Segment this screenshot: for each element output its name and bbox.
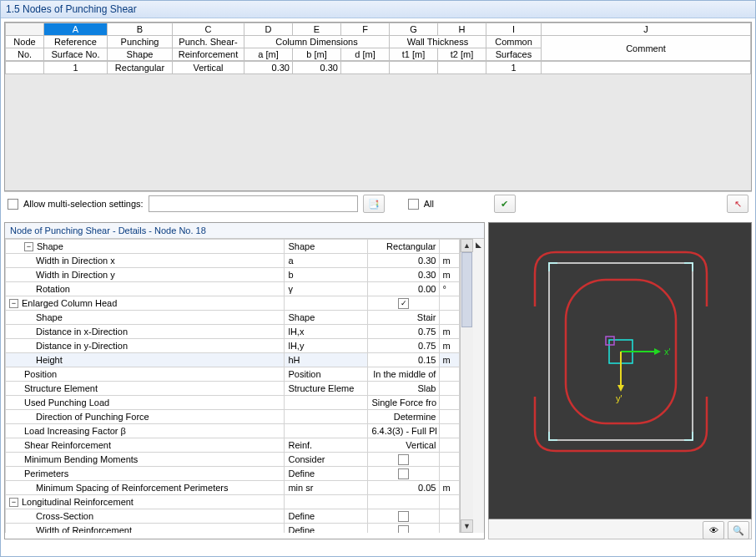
details-label: Height <box>6 353 285 367</box>
details-checkbox[interactable]: ✓ <box>398 298 409 309</box>
details-value[interactable]: 0.75 <box>368 339 440 353</box>
details-row[interactable]: ShapeShapeStair <box>6 311 460 325</box>
details-checkbox[interactable] <box>398 525 409 533</box>
details-value[interactable]: 0.30 <box>368 268 440 282</box>
col-letter-a[interactable]: A <box>44 23 108 36</box>
details-checkbox[interactable] <box>398 511 409 522</box>
details-scrollbar[interactable]: ▲ ▼ <box>460 239 472 533</box>
details-row[interactable]: Rotationγ0.00° <box>6 282 460 296</box>
col-letter-g[interactable]: G <box>390 23 438 36</box>
scroll-thumb[interactable] <box>461 252 471 327</box>
details-label: Width in Direction y <box>6 268 285 282</box>
multi-selection-input[interactable] <box>149 195 358 212</box>
cell-d[interactable] <box>341 62 390 74</box>
cell-t2[interactable] <box>438 62 486 74</box>
col-letter-i[interactable]: I <box>486 23 542 36</box>
details-row[interactable]: Load Increasing Factor β6.4.3(3) - Full … <box>6 424 460 438</box>
details-value[interactable]: 0.05 <box>368 481 440 495</box>
col-letter-j[interactable]: J <box>542 23 751 36</box>
details-value[interactable]: In the middle of <box>368 367 440 382</box>
details-row[interactable]: Used Punching LoadSingle Force fro <box>6 396 460 410</box>
cell-b[interactable]: 0.30 <box>293 62 341 74</box>
pick-icon[interactable]: 📑 <box>363 195 385 213</box>
details-row[interactable]: Minimum Bending MomentsConsider <box>6 453 460 467</box>
zoom-search-icon[interactable]: 🔍 <box>728 521 749 539</box>
details-value[interactable]: 6.4.3(3) - Full Pl <box>368 424 440 438</box>
details-label: Distance in y-Direction <box>6 339 285 353</box>
hdr-common: Common <box>486 36 542 48</box>
details-row[interactable]: Distance in x-DirectionlH,x0.75m <box>6 325 460 339</box>
col-letter-b[interactable]: B <box>108 23 173 36</box>
tree-toggle-icon[interactable]: − <box>24 242 33 251</box>
details-value[interactable]: Single Force fro <box>368 396 440 410</box>
details-row[interactable]: Direction of Punching ForceDetermine <box>6 410 460 424</box>
details-row[interactable]: PerimetersDefine <box>6 467 460 481</box>
details-value[interactable]: Vertical <box>368 438 440 453</box>
tree-toggle-icon[interactable]: − <box>9 498 18 507</box>
details-symbol: Consider <box>285 453 368 467</box>
details-unit: m <box>440 325 460 339</box>
pointer-icon[interactable]: ↖ <box>727 195 748 213</box>
details-collapse-icon[interactable]: ◣ <box>473 239 484 533</box>
main-grid[interactable]: A B C D E F G H I J Node Reference Punch… <box>4 22 752 191</box>
details-row[interactable]: Distance in y-DirectionlH,y0.75m <box>6 339 460 353</box>
details-checkbox[interactable] <box>398 454 409 465</box>
scroll-down-icon[interactable]: ▼ <box>461 519 472 533</box>
cell-common[interactable]: 1 <box>486 62 542 74</box>
cell-a[interactable]: 0.30 <box>244 62 293 74</box>
details-value[interactable]: Slab <box>368 382 440 396</box>
hdr-reinf: Reinforcement <box>173 48 244 61</box>
hdr-punchshear: Punch. Shear- <box>173 36 244 48</box>
details-value[interactable]: 0.75 <box>368 325 440 339</box>
all-checkbox[interactable] <box>408 199 419 210</box>
details-value[interactable]: Rectangular <box>368 240 440 254</box>
col-letter-f[interactable]: F <box>341 23 390 36</box>
details-value[interactable] <box>368 509 440 524</box>
table-row[interactable]: 18 1 Rectangular Vertical 0.30 0.30 1 <box>6 62 751 74</box>
col-letter-e[interactable]: E <box>293 23 341 36</box>
tree-toggle-icon[interactable]: − <box>9 299 18 308</box>
details-label: Used Punching Load <box>6 396 285 410</box>
details-row[interactable]: Structure ElementStructure ElemeSlab <box>6 382 460 396</box>
cell-ref[interactable]: 1 <box>44 62 108 74</box>
details-table[interactable]: −ShapeShapeRectangularWidth in Direction… <box>5 239 460 533</box>
details-unit: m <box>440 481 460 495</box>
cell-t1[interactable] <box>390 62 438 74</box>
details-value[interactable]: Stair <box>368 311 440 325</box>
details-row[interactable]: Width in Direction yb0.30m <box>6 268 460 282</box>
cell-shape[interactable]: Rectangular <box>108 62 173 74</box>
details-value[interactable]: Determine <box>368 410 440 424</box>
details-value[interactable] <box>368 467 440 481</box>
details-row[interactable]: −Enlarged Column Head✓ <box>6 296 460 311</box>
details-label: −Longitudinal Reinforcement <box>6 495 285 509</box>
cell-comment[interactable] <box>542 62 751 74</box>
details-row[interactable]: −ShapeShapeRectangular <box>6 240 460 254</box>
details-row[interactable]: PositionPositionIn the middle of <box>6 367 460 382</box>
details-value[interactable]: 0.30 <box>368 254 440 268</box>
details-row[interactable]: Cross-SectionDefine <box>6 509 460 524</box>
details-value[interactable] <box>368 524 440 534</box>
cell-reinf[interactable]: Vertical <box>173 62 244 74</box>
details-value[interactable]: 0.00 <box>368 282 440 296</box>
col-letter-c[interactable]: C <box>173 23 244 36</box>
details-row[interactable]: Minimum Spacing of Reinforcement Perimet… <box>6 481 460 495</box>
details-value[interactable] <box>368 495 440 509</box>
col-letter-d[interactable]: D <box>244 23 293 36</box>
eye-icon[interactable]: 👁 <box>703 521 724 539</box>
scroll-up-icon[interactable]: ▲ <box>461 239 472 252</box>
allow-multi-checkbox[interactable] <box>8 199 18 210</box>
viewport-canvas[interactable]: x' y' <box>488 222 752 519</box>
col-letter-h[interactable]: H <box>438 23 486 36</box>
details-row[interactable]: Shear ReinforcementReinf.Vertical <box>6 438 460 453</box>
cell-node-no[interactable]: 18 <box>6 62 44 74</box>
details-value[interactable]: ✓ <box>368 296 440 311</box>
details-row[interactable]: Width of ReinforcementDefine <box>6 524 460 534</box>
details-row[interactable]: Width in Direction xa0.30m <box>6 254 460 268</box>
apply-icon[interactable]: ✔ <box>494 195 516 213</box>
details-value[interactable] <box>368 453 440 467</box>
details-row[interactable]: −Longitudinal Reinforcement <box>6 495 460 509</box>
details-symbol: lH,x <box>285 325 368 339</box>
details-checkbox[interactable] <box>398 468 409 479</box>
details-row[interactable]: HeighthH0.15m <box>6 353 460 367</box>
details-value[interactable]: 0.15 <box>368 353 440 367</box>
